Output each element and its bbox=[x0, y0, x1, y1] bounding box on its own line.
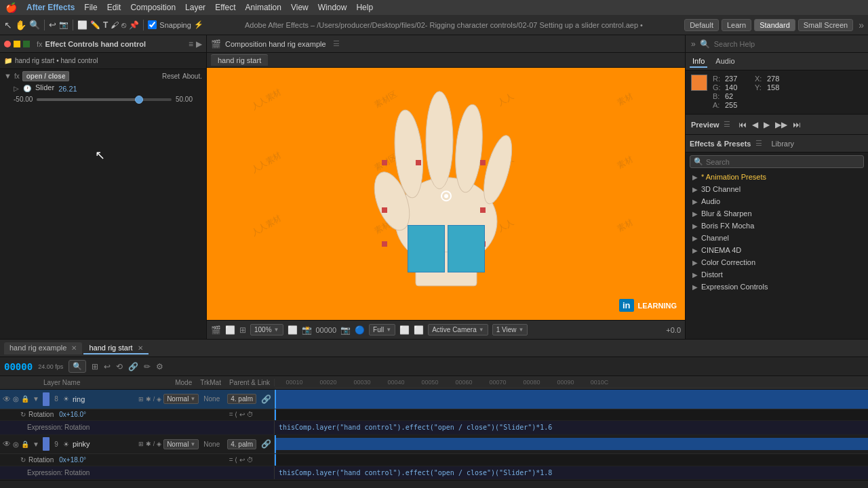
layer-solo-ring[interactable]: ◎ bbox=[13, 395, 19, 403]
control-point-3[interactable] bbox=[480, 160, 486, 165]
tl-ctrl-2[interactable]: ↩ bbox=[104, 362, 111, 371]
layer-sw-1[interactable]: ⊞ bbox=[138, 396, 144, 403]
workspace-default[interactable]: Default bbox=[684, 19, 719, 31]
tool-rotate[interactable]: ↩ bbox=[49, 20, 56, 30]
tool-puppet[interactable]: 📌 bbox=[129, 20, 139, 30]
effect-open-close-btn[interactable]: open / close bbox=[22, 71, 70, 81]
views-dropdown[interactable]: 1 View ▼ bbox=[492, 324, 528, 336]
menu-help[interactable]: Help bbox=[356, 3, 373, 12]
timeline-timecode[interactable]: 00000 bbox=[4, 361, 33, 372]
parent-link-ring[interactable]: 🔗 bbox=[261, 394, 271, 404]
viewer-tab[interactable]: hand rig start bbox=[211, 54, 268, 66]
menu-file[interactable]: File bbox=[84, 3, 97, 12]
preview-menu[interactable]: ☰ bbox=[724, 120, 730, 129]
tl-tab-start[interactable]: hand rig start ✕ bbox=[83, 342, 148, 354]
tl-tab-1-close[interactable]: ✕ bbox=[138, 344, 143, 352]
fx-item-3d-channel[interactable]: ▶ 3D Channel bbox=[686, 183, 868, 195]
workspace-standard[interactable]: Standard bbox=[754, 19, 795, 31]
panel-minimize-btn[interactable] bbox=[14, 41, 20, 47]
tab-audio[interactable]: Audio bbox=[713, 56, 737, 68]
layer-lock-pinky[interactable]: 🔒 bbox=[21, 441, 29, 448]
fx-item-expression-controls[interactable]: ▶ Expression Controls bbox=[686, 281, 868, 293]
control-point-1[interactable] bbox=[382, 160, 387, 165]
preview-fwd-btn[interactable]: ▶▶ bbox=[774, 119, 789, 130]
apple-menu[interactable]: 🍎 bbox=[5, 2, 17, 13]
layer-vis-pinky[interactable]: 👁 bbox=[3, 439, 11, 449]
menu-composition[interactable]: Composition bbox=[130, 3, 176, 12]
panel-menu-icon[interactable]: ▶ bbox=[196, 39, 202, 49]
pinky-sw-2[interactable]: ✱ bbox=[146, 441, 151, 447]
control-point-2[interactable] bbox=[416, 160, 421, 165]
fx-item-channel[interactable]: ▶ Channel bbox=[686, 232, 868, 244]
quality-dropdown[interactable]: Full ▼ bbox=[369, 324, 395, 336]
comp-menu-icon[interactable]: ☰ bbox=[333, 39, 340, 48]
fx-library[interactable]: Library bbox=[772, 140, 795, 148]
fx-item-animation-presets[interactable]: ▶ * Animation Presets bbox=[686, 171, 868, 183]
menu-layer[interactable]: Layer bbox=[185, 3, 205, 12]
tool-rect[interactable]: ⬜ bbox=[77, 20, 87, 30]
layer-lock-ring[interactable]: 🔒 bbox=[21, 395, 29, 403]
menu-view[interactable]: View bbox=[291, 3, 309, 12]
tool-pen[interactable]: ✏️ bbox=[90, 20, 100, 30]
preview-first-btn[interactable]: ⏮ bbox=[737, 119, 748, 130]
timeline-search[interactable]: 🔍 bbox=[68, 360, 86, 373]
layer-expand-pinky[interactable]: ▼ bbox=[33, 441, 39, 448]
search-help-input[interactable] bbox=[714, 40, 863, 48]
tab-info[interactable]: Info bbox=[690, 56, 707, 68]
tl-tab-example[interactable]: hand rig example ✕ bbox=[4, 342, 82, 354]
control-point-4[interactable] bbox=[382, 207, 387, 213]
panel-maximize-btn[interactable] bbox=[23, 41, 30, 47]
tl-ctrl-4[interactable]: 🔗 bbox=[128, 362, 138, 371]
fx-search-input[interactable] bbox=[706, 158, 860, 166]
effect-about-btn[interactable]: About. bbox=[182, 73, 202, 80]
parent-dropdown-ring[interactable]: 4. palm bbox=[227, 394, 256, 404]
workspace-small[interactable]: Small Screen bbox=[798, 19, 853, 31]
layer-vis-ring[interactable]: 👁 bbox=[3, 394, 11, 404]
camera-dropdown[interactable]: Active Camera ▼ bbox=[428, 324, 488, 336]
pinky-sw-4[interactable]: ◈ bbox=[157, 441, 161, 447]
tool-zoom[interactable]: 🔍 bbox=[29, 20, 40, 30]
effect-reset-btn[interactable]: Reset bbox=[162, 73, 180, 80]
fx-item-cinema4d[interactable]: ▶ CINEMA 4D bbox=[686, 244, 868, 256]
workspace-expand[interactable]: » bbox=[859, 20, 864, 30]
tool-text[interactable]: T bbox=[103, 20, 108, 30]
parent-link-pinky[interactable]: 🔗 bbox=[261, 439, 271, 449]
menu-edit[interactable]: Edit bbox=[107, 3, 121, 12]
menu-window[interactable]: Window bbox=[318, 3, 347, 12]
control-point-6[interactable] bbox=[382, 241, 387, 247]
pinky-sw-1[interactable]: ⊞ bbox=[138, 441, 144, 447]
parent-dropdown-pinky[interactable]: 4. palm bbox=[227, 439, 256, 449]
layer-sw-3[interactable]: / bbox=[153, 396, 155, 403]
tool-brush[interactable]: 🖌 bbox=[111, 20, 119, 30]
fx-item-distort[interactable]: ▶ Distort bbox=[686, 268, 868, 281]
fx-item-boris-mocha[interactable]: ▶ Boris FX Mocha bbox=[686, 220, 868, 232]
preview-last-btn[interactable]: ⏭ bbox=[791, 119, 802, 130]
tl-ctrl-3[interactable]: ⟲ bbox=[116, 362, 123, 371]
tl-ctrl-1[interactable]: ⊞ bbox=[92, 362, 98, 371]
magnification-dropdown[interactable]: 100% ▼ bbox=[250, 324, 283, 336]
fx-item-color-correction[interactable]: ▶ Color Correction bbox=[686, 256, 868, 268]
fx-item-audio[interactable]: ▶ Audio bbox=[686, 195, 868, 207]
menu-effect[interactable]: Effect bbox=[215, 3, 235, 12]
fx-item-blur-sharpen[interactable]: ▶ Blur & Sharpen bbox=[686, 207, 868, 220]
tool-camera[interactable]: 📷 bbox=[59, 20, 68, 29]
panel-expand-icon[interactable]: ≡ bbox=[189, 39, 193, 49]
rot-sw-pinky[interactable]: = ⟨ ↩ ⏱ bbox=[229, 456, 254, 464]
layer-sw-4[interactable]: ◈ bbox=[157, 396, 161, 403]
pinky-sw-3[interactable]: / bbox=[153, 441, 155, 447]
layer-sw-2[interactable]: ✱ bbox=[146, 396, 151, 403]
control-point-5[interactable] bbox=[480, 207, 486, 213]
slider-track[interactable] bbox=[37, 98, 172, 101]
mode-dropdown-ring[interactable]: Normal ▼ bbox=[163, 394, 199, 404]
viewer-area[interactable]: 人人素材 素材区 人人 素材 人人素材 素材区 人人 素材 人人素材 素材区 人… bbox=[207, 68, 685, 320]
panel-close-btn[interactable] bbox=[4, 41, 11, 47]
effect-toggle[interactable]: ▼ bbox=[4, 72, 12, 80]
tool-arrow[interactable]: ↖ bbox=[4, 20, 12, 30]
layer-solo-pinky[interactable]: ◎ bbox=[13, 441, 19, 448]
tl-ctrl-5[interactable]: ✏ bbox=[144, 362, 151, 371]
tool-hand[interactable]: ✋ bbox=[15, 20, 26, 30]
fx-menu[interactable]: ☰ bbox=[755, 139, 762, 148]
workspace-learn[interactable]: Learn bbox=[722, 19, 751, 31]
preview-back-btn[interactable]: ◀ bbox=[751, 119, 760, 130]
tool-clone[interactable]: ⎋ bbox=[121, 20, 126, 30]
